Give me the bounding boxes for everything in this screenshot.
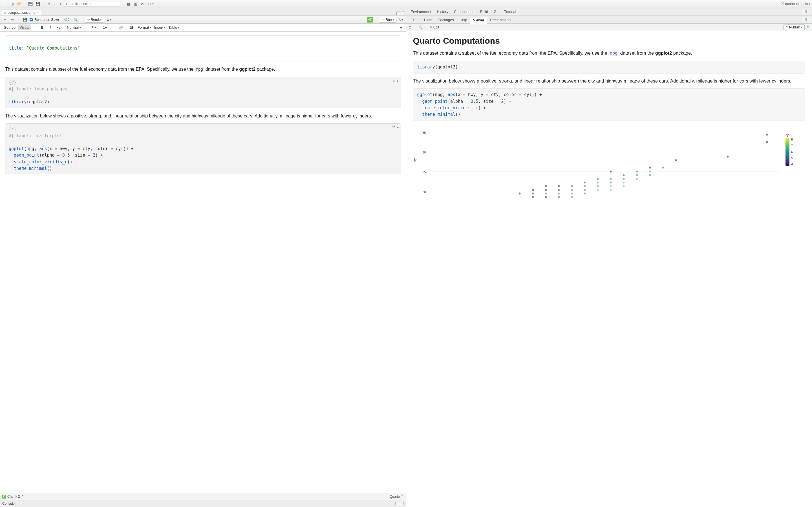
tab-packages[interactable]: Packages — [435, 17, 457, 23]
data-point — [532, 193, 534, 194]
render-on-save-checkbox[interactable]: Render on Save — [30, 18, 59, 22]
back-icon[interactable]: ⇦ — [2, 17, 8, 22]
link-icon[interactable]: 🔗 — [117, 24, 125, 31]
tab-history[interactable]: History — [434, 8, 451, 15]
run-chunk-icon[interactable]: ▶ — [397, 125, 399, 130]
render-button[interactable]: ➜ Render — [85, 17, 104, 22]
editor-tab[interactable]: ◇ computations.qmd × — [1, 10, 41, 15]
settings-gear-icon[interactable]: ⚙ ▾ — [106, 17, 112, 22]
tab-plots[interactable]: Plots — [421, 17, 435, 23]
italic-button[interactable]: I — [48, 24, 53, 31]
viewer-toolbar: ⊘ 🔍 ✎ Edit ↻ Publish ▾ ⟳ — [406, 24, 812, 31]
grid-icon[interactable]: ▦ — [125, 1, 132, 7]
number-list-button[interactable]: 1≡ — [101, 24, 109, 31]
addins-menu[interactable]: Addins ▾ — [140, 1, 155, 7]
save-icon[interactable]: 💾 — [28, 1, 34, 7]
zoom-icon[interactable]: 🔍 — [418, 25, 423, 29]
tab-help[interactable]: Help — [457, 17, 470, 23]
tab-build[interactable]: Build — [477, 8, 491, 15]
format-indicator[interactable]: Quarto ⌃ — [389, 495, 403, 499]
run-above-icon[interactable]: ⧩ — [392, 125, 395, 130]
data-point — [675, 159, 677, 161]
data-point — [584, 181, 586, 183]
minimize-pane-icon[interactable] — [802, 18, 806, 21]
edit-button[interactable]: ✎ Edit — [430, 25, 439, 29]
visual-mode-button[interactable]: Visual — [18, 24, 31, 31]
data-point — [610, 189, 612, 191]
minimize-pane-icon[interactable] — [396, 11, 400, 15]
data-point — [610, 178, 612, 180]
data-point — [649, 167, 651, 169]
tab-viewer[interactable]: Viewer — [470, 17, 488, 24]
render-arrow-icon: ➜ — [87, 18, 90, 22]
style-menu[interactable]: Normal ▾ — [67, 25, 81, 30]
pane-icon[interactable]: ▥ — [133, 1, 139, 7]
insert-chunk-icon[interactable]: +C — [367, 17, 373, 22]
image-icon[interactable]: 🖼 — [128, 24, 135, 31]
run-chunk-icon[interactable]: ▶ — [397, 78, 399, 83]
right-bottom-tabs: FilesPlotsPackagesHelpViewerPresentation — [406, 16, 812, 24]
project-menu[interactable]: Ⓡ quarto-tutorials ▾ — [781, 1, 810, 6]
doc-paragraph: This dataset contains a subset of the fu… — [413, 50, 806, 57]
bold-button[interactable]: B — [39, 24, 45, 31]
goto-input[interactable] — [64, 1, 120, 7]
close-tab-icon[interactable]: × — [37, 11, 38, 14]
code-button[interactable]: </> — [55, 24, 64, 31]
data-point — [545, 189, 547, 191]
new-project-icon[interactable]: ◎ — [9, 1, 15, 7]
refresh-icon[interactable]: ⟳ — [807, 25, 810, 29]
run-above-icon[interactable]: ⧩ — [392, 78, 395, 83]
find-icon[interactable]: 🔍 — [73, 17, 79, 22]
publish-gear-icon[interactable]: ↻ ▾ — [398, 17, 404, 22]
data-point — [610, 181, 612, 183]
editor-area[interactable]: --- title: "Quarto Computations" --- Thi… — [0, 32, 406, 493]
data-point — [571, 193, 573, 194]
scatter-plot: cty 20253035 cyl 87654 — [413, 125, 806, 204]
tab-presentation[interactable]: Presentation — [487, 17, 513, 23]
outline-icon[interactable]: ≡ — [398, 24, 404, 31]
data-point — [597, 178, 599, 180]
table-menu[interactable]: Table ▾ — [168, 25, 179, 30]
data-point — [571, 189, 573, 191]
minimize-pane-icon[interactable] — [802, 10, 806, 13]
new-file-icon[interactable]: ＋ — [2, 1, 8, 7]
tab-files[interactable]: Files — [408, 17, 421, 23]
tab-tutorial[interactable]: Tutorial — [501, 8, 519, 15]
insert-menu[interactable]: Insert ▾ — [154, 25, 166, 30]
save-doc-icon[interactable]: 💾 — [22, 17, 28, 22]
maximize-console-icon[interactable] — [400, 502, 404, 505]
remove-icon[interactable]: ⊘ — [409, 25, 411, 29]
format-menu[interactable]: Format ▾ — [138, 25, 151, 30]
maximize-pane-icon[interactable] — [806, 10, 810, 13]
publish-icon: ↻ — [785, 25, 788, 29]
tab-git[interactable]: Git — [491, 8, 501, 15]
qmd-file-icon: ◇ — [4, 11, 6, 15]
goto-icon[interactable]: ➔ — [57, 1, 63, 7]
bullet-list-button[interactable]: ⋮≡ — [89, 24, 98, 31]
prose-paragraph[interactable]: This dataset contains a subset of the fu… — [5, 66, 401, 73]
data-point — [545, 196, 547, 198]
tab-connections[interactable]: Connections — [451, 8, 477, 15]
doc-code-block: library(ggplot2) — [413, 61, 806, 73]
forward-icon[interactable]: ⇨ — [10, 17, 16, 22]
maximize-pane-icon[interactable] — [401, 11, 405, 15]
tab-environment[interactable]: Environment — [408, 8, 434, 15]
data-point — [532, 189, 534, 191]
minimize-console-icon[interactable] — [395, 502, 399, 505]
code-chunk-2[interactable]: ⧩ ▶ {r} #| label: scatterplot ggplot(mpg… — [5, 123, 401, 174]
publish-button[interactable]: ↻ Publish ▾ — [783, 24, 805, 30]
print-icon[interactable]: 🖨 — [46, 1, 52, 7]
run-button[interactable]: → Run ▾ — [379, 17, 396, 22]
console-tab[interactable]: Console — [0, 500, 406, 507]
save-all-icon[interactable]: 💾 — [35, 1, 41, 7]
yaml-block[interactable]: --- title: "Quarto Computations" --- — [5, 36, 401, 61]
run-arrow-icon: → — [381, 18, 385, 22]
chunk-nav[interactable]: Chunk 2 ⌃ — [7, 495, 24, 499]
spellcheck-icon[interactable]: ABC✓ — [65, 17, 71, 22]
open-file-icon[interactable]: 📂 — [16, 1, 22, 7]
prose-paragraph[interactable]: The visualization below shows a positive… — [5, 113, 401, 120]
code-chunk-1[interactable]: ⧩ ▶ {r} #| label: load-packages library(… — [5, 77, 401, 108]
editor-status-bar: C Chunk 2 ⌃ Quarto ⌃ — [0, 493, 406, 500]
source-mode-button[interactable]: Source — [2, 24, 17, 31]
maximize-pane-icon[interactable] — [806, 18, 810, 21]
